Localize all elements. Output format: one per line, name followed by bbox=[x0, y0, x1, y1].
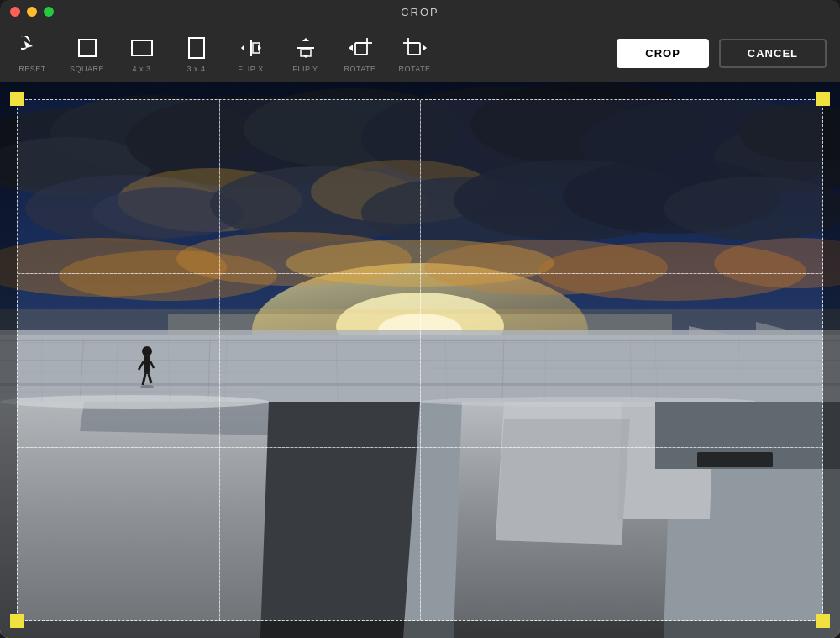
4x3-tool[interactable]: 4 x 3 bbox=[123, 34, 160, 73]
reset-label: RESET bbox=[18, 65, 46, 73]
square-tool[interactable]: SQUARE bbox=[68, 34, 106, 73]
svg-point-78 bbox=[0, 395, 269, 409]
flip-x-label: FLIP X bbox=[238, 65, 263, 73]
rotate-right-label: ROTATE bbox=[398, 65, 430, 73]
minimize-button[interactable] bbox=[27, 7, 37, 17]
reset-tool[interactable]: RESET bbox=[13, 34, 51, 73]
svg-rect-2 bbox=[189, 38, 204, 58]
crop-button[interactable]: CROP bbox=[617, 39, 709, 68]
svg-marker-4 bbox=[241, 45, 244, 51]
svg-rect-15 bbox=[408, 43, 420, 55]
svg-marker-8 bbox=[302, 38, 309, 41]
rotate-right-tool[interactable]: ROTATE bbox=[396, 34, 433, 73]
window-controls bbox=[10, 7, 54, 17]
svg-point-66 bbox=[140, 385, 154, 388]
svg-marker-14 bbox=[349, 45, 353, 51]
toolbar: RESET SQUARE 4 x 3 bbox=[0, 24, 840, 82]
svg-point-61 bbox=[142, 346, 152, 356]
rotate-left-icon bbox=[347, 34, 374, 61]
image-container[interactable] bbox=[0, 82, 840, 638]
toolbar-actions: CROP CANCEL bbox=[617, 39, 827, 68]
rotate-right-icon bbox=[402, 34, 428, 61]
svg-rect-84 bbox=[697, 452, 773, 467]
3x4-icon bbox=[183, 34, 210, 61]
square-icon bbox=[74, 34, 101, 61]
svg-rect-0 bbox=[79, 40, 96, 56]
rotate-left-label: ROTATE bbox=[344, 65, 375, 73]
svg-point-41 bbox=[664, 177, 840, 240]
square-label: SQUARE bbox=[70, 65, 104, 73]
titlebar: CROP bbox=[0, 0, 840, 24]
close-button[interactable] bbox=[10, 7, 20, 17]
svg-marker-77 bbox=[496, 419, 630, 545]
svg-rect-60 bbox=[144, 356, 150, 374]
window-title: CROP bbox=[401, 6, 439, 18]
svg-marker-18 bbox=[423, 45, 427, 51]
flip-x-icon bbox=[238, 34, 265, 61]
cancel-button[interactable]: CANCEL bbox=[719, 39, 827, 68]
svg-rect-54 bbox=[0, 383, 840, 386]
flip-y-icon bbox=[292, 34, 319, 61]
svg-marker-68 bbox=[0, 402, 277, 638]
4x3-icon bbox=[129, 34, 155, 61]
svg-rect-11 bbox=[355, 43, 367, 55]
flip-y-tool[interactable]: FLIP Y bbox=[286, 34, 324, 73]
svg-rect-1 bbox=[132, 40, 152, 55]
rotate-left-tool[interactable]: ROTATE bbox=[341, 34, 379, 73]
flip-y-label: FLIP Y bbox=[292, 65, 318, 73]
reset-icon bbox=[19, 34, 46, 61]
4x3-label: 4 x 3 bbox=[132, 65, 150, 73]
tools-panel: RESET SQUARE 4 x 3 bbox=[13, 34, 617, 73]
3x4-tool[interactable]: 3 x 4 bbox=[177, 34, 215, 73]
scene-image bbox=[0, 82, 840, 638]
3x4-label: 3 x 4 bbox=[186, 65, 205, 73]
flip-x-tool[interactable]: FLIP X bbox=[232, 34, 270, 73]
maximize-button[interactable] bbox=[44, 7, 54, 17]
svg-rect-53 bbox=[0, 360, 840, 361]
